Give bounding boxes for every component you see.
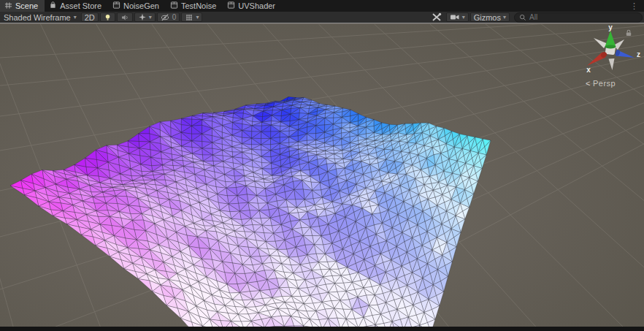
chevron-down-icon: ▾ <box>462 15 465 20</box>
scene-camera-dropdown[interactable]: ▾ <box>446 12 469 22</box>
search-icon <box>519 14 526 21</box>
gizmo-arm-down <box>609 58 615 70</box>
video-camera-icon <box>450 13 460 21</box>
gizmo-y-base <box>605 45 616 49</box>
scene-toolbar: Shaded Wireframe ▾ 2D ▾ <box>0 12 644 23</box>
axis-z-label[interactable]: z <box>637 50 640 58</box>
scene-viewport[interactable]: y x z <Persp <box>0 23 644 331</box>
tab-label: NoiseGen <box>123 1 159 10</box>
draw-mode-label: Shaded Wireframe <box>4 13 71 22</box>
axis-y-label[interactable]: y <box>608 26 613 31</box>
search-placeholder: All <box>529 13 537 21</box>
eye-slash-icon <box>161 13 170 22</box>
scene-grid-icon <box>4 1 12 11</box>
tab-asset-store[interactable]: Asset Store <box>45 0 108 12</box>
hidden-count: 0 <box>172 13 177 21</box>
effects-star-icon <box>138 13 147 22</box>
effects-dropdown-button[interactable]: ▾ <box>134 12 156 22</box>
scene-visibility-button[interactable]: 0 <box>157 12 180 22</box>
gizmo-y-cone[interactable] <box>605 31 616 47</box>
bag-icon <box>49 1 57 11</box>
window-menu-icon[interactable]: ⋮ <box>630 1 638 11</box>
window-icon <box>170 1 178 11</box>
persp-label: Persp <box>593 79 616 88</box>
scene-search-field[interactable]: All <box>514 12 643 23</box>
tab-label: TestNoise <box>181 1 216 10</box>
tab-testnoise[interactable]: TestNoise <box>166 0 223 12</box>
grid-settings-button[interactable]: ▾ <box>181 12 202 22</box>
tab-noisegen[interactable]: NoiseGen <box>108 0 166 12</box>
tab-scene[interactable]: Scene <box>0 0 45 12</box>
window-icon <box>227 1 235 11</box>
audio-toggle-button[interactable] <box>117 12 133 22</box>
axis-x-label[interactable]: x <box>586 66 591 74</box>
projection-toggle[interactable]: <Persp <box>586 79 637 88</box>
gizmos-label: Gizmos <box>474 13 501 22</box>
speaker-icon <box>120 13 129 22</box>
window-icon <box>112 1 120 11</box>
grid-icon <box>185 13 193 22</box>
tab-label: UVShader <box>238 1 275 10</box>
tab-uvshader[interactable]: UVShader <box>223 0 282 12</box>
gizmos-dropdown[interactable]: Gizmos ▾ <box>470 12 510 22</box>
lock-icon[interactable] <box>624 28 633 37</box>
scene-3d-render[interactable] <box>0 24 644 331</box>
scene-tabbar: SceneAsset StoreNoiseGenTestNoiseUVShade… <box>0 0 644 12</box>
orientation-gizmo[interactable]: y x z <box>580 26 644 78</box>
2d-label: 2D <box>85 13 95 22</box>
lightbulb-icon <box>104 13 112 22</box>
draw-mode-dropdown[interactable]: Shaded Wireframe ▾ <box>0 12 80 23</box>
window-bottom-edge <box>0 327 644 331</box>
chevron-down-icon: ▾ <box>74 15 77 20</box>
lighting-toggle-button[interactable] <box>100 12 115 22</box>
2d-toggle-button[interactable]: 2D <box>81 12 99 22</box>
unity-editor-window: SceneAsset StoreNoiseGenTestNoiseUVShade… <box>0 0 644 331</box>
tools-icon[interactable] <box>429 12 445 22</box>
tab-label: Asset Store <box>60 1 101 10</box>
persp-arrow-icon: < <box>586 79 591 88</box>
chevron-down-icon: ▾ <box>503 15 506 20</box>
chevron-down-icon: ▾ <box>196 15 199 20</box>
chevron-down-icon: ▾ <box>149 15 152 20</box>
tab-label: Scene <box>15 1 38 10</box>
